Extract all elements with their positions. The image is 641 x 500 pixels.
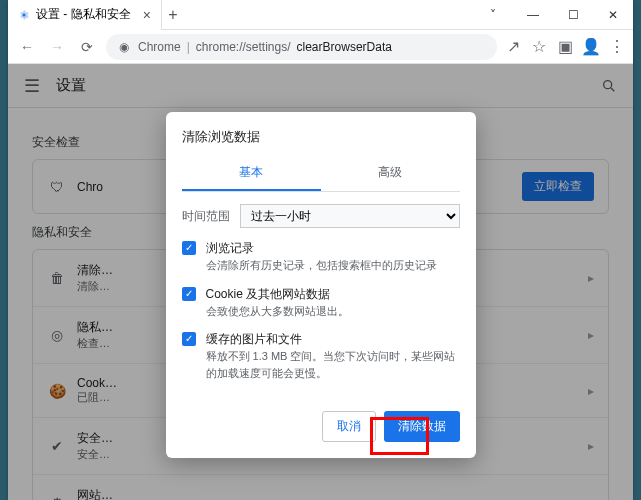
check-title: 缓存的图片和文件 [206, 331, 460, 348]
close-tab-icon[interactable]: × [143, 7, 151, 23]
check-sub: 会清除所有历史记录，包括搜索框中的历史记录 [206, 257, 437, 274]
check-cookies[interactable]: ✓ Cookie 及其他网站数据会致使您从大多数网站退出。 [182, 286, 460, 320]
checkbox-checked-icon[interactable]: ✓ [182, 241, 196, 255]
check-sub: 会致使您从大多数网站退出。 [206, 303, 349, 320]
chrome-icon: ◉ [116, 39, 132, 55]
tab-basic[interactable]: 基本 [182, 156, 321, 191]
browser-tab[interactable]: 设置 - 隐私和安全 × [8, 0, 162, 30]
time-range-row: 时间范围 过去一小时 [182, 204, 460, 228]
cancel-button[interactable]: 取消 [322, 411, 376, 442]
tab-advanced[interactable]: 高级 [321, 156, 460, 191]
tab-title: 设置 - 隐私和安全 [36, 6, 131, 23]
profile-icon[interactable]: 👤 [583, 39, 599, 55]
reload-button[interactable]: ⟳ [76, 36, 98, 58]
address-bar: ← → ⟳ ◉ Chrome | chrome://settings/clear… [8, 30, 633, 64]
share-icon[interactable]: ↗ [505, 39, 521, 55]
minimize-button[interactable]: — [513, 0, 553, 30]
dialog-tabs: 基本 高级 [182, 156, 460, 192]
star-icon[interactable]: ☆ [531, 39, 547, 55]
dialog-actions: 取消 清除数据 [182, 411, 460, 442]
time-range-select[interactable]: 过去一小时 [240, 204, 460, 228]
checkbox-checked-icon[interactable]: ✓ [182, 287, 196, 301]
dialog-title: 清除浏览数据 [182, 128, 460, 146]
checkbox-checked-icon[interactable]: ✓ [182, 332, 196, 346]
clear-data-button[interactable]: 清除数据 [384, 411, 460, 442]
check-cache[interactable]: ✓ 缓存的图片和文件释放不到 1.3 MB 空间。当您下次访问时，某些网站的加载… [182, 331, 460, 381]
reading-list-icon[interactable]: ▣ [557, 39, 573, 55]
chrome-label: Chrome [138, 40, 181, 54]
forward-button[interactable]: → [46, 36, 68, 58]
gear-icon [18, 9, 30, 21]
check-title: 浏览记录 [206, 240, 437, 257]
content-area: ☰ 设置 安全检查 🛡 Chro 立即检查 隐私和安全 🗑 清除…清除… [8, 64, 633, 500]
menu-icon[interactable]: ⋮ [609, 39, 625, 55]
back-button[interactable]: ← [16, 36, 38, 58]
browser-window: 设置 - 隐私和安全 × + ˅ — ☐ ✕ ← → ⟳ ◉ Chrome | … [8, 0, 633, 500]
time-range-label: 时间范围 [182, 208, 230, 225]
titlebar: 设置 - 隐私和安全 × + ˅ — ☐ ✕ [8, 0, 633, 30]
url-box[interactable]: ◉ Chrome | chrome://settings/clearBrowse… [106, 34, 497, 60]
clear-data-dialog: 清除浏览数据 基本 高级 时间范围 过去一小时 ✓ 浏览记录会清除所有历史记录，… [166, 112, 476, 458]
maximize-button[interactable]: ☐ [553, 0, 593, 30]
check-sub: 释放不到 1.3 MB 空间。当您下次访问时，某些网站的加载速度可能会更慢。 [206, 348, 460, 381]
window-dropdown-icon[interactable]: ˅ [473, 0, 513, 30]
close-window-button[interactable]: ✕ [593, 0, 633, 30]
url-path-suffix: clearBrowserData [297, 40, 392, 54]
check-history[interactable]: ✓ 浏览记录会清除所有历史记录，包括搜索框中的历史记录 [182, 240, 460, 274]
check-title: Cookie 及其他网站数据 [206, 286, 349, 303]
url-path-prefix: chrome://settings/ [196, 40, 291, 54]
window-controls: ˅ — ☐ ✕ [473, 0, 633, 30]
new-tab-button[interactable]: + [162, 6, 184, 24]
